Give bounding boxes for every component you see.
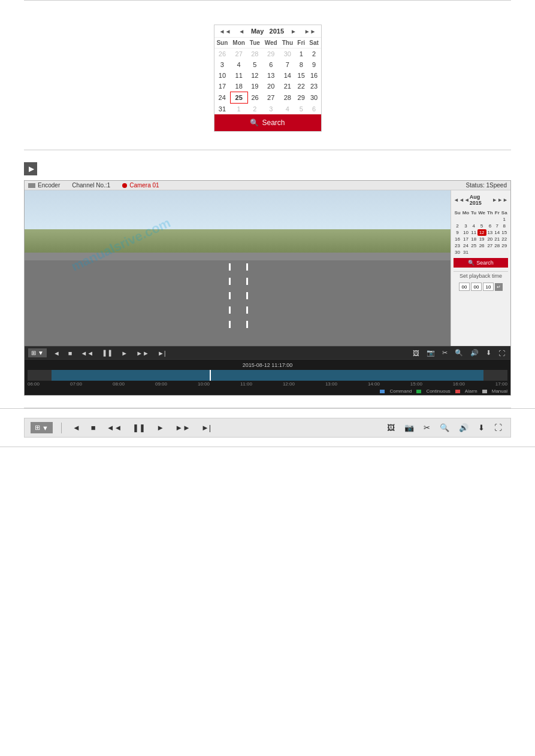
calendar-day[interactable]: 15	[295, 70, 307, 81]
mini-search-button[interactable]: 🔍 Search	[454, 258, 508, 268]
stop-button[interactable]: ■	[67, 349, 74, 357]
calendar-day[interactable]: 31	[214, 104, 231, 115]
sc-clip-button[interactable]: ✂	[421, 422, 433, 433]
sc-rewind-button[interactable]: ◄◄	[104, 422, 125, 433]
calendar-day[interactable]: 26	[247, 92, 262, 104]
calendar-day[interactable]: 29	[295, 92, 307, 104]
mini-calendar-day[interactable]: 5	[477, 223, 486, 229]
mini-calendar-day[interactable]: 6	[486, 223, 494, 229]
mini-calendar-day[interactable]: 21	[494, 236, 500, 242]
mini-cal-next-year[interactable]: ►►	[497, 197, 508, 203]
sc-stop-button[interactable]: ■	[89, 422, 98, 433]
fast-forward-button[interactable]: ►►	[134, 349, 151, 357]
calendar-day[interactable]: 27	[262, 92, 280, 104]
audio-button[interactable]: 🔊	[468, 348, 480, 357]
pause-button[interactable]: ❚❚	[100, 348, 114, 357]
calendar-day[interactable]: 13	[262, 70, 280, 81]
mini-calendar-day[interactable]: 2	[454, 223, 461, 229]
next-frame-button[interactable]: ►|	[156, 349, 168, 357]
clip-button[interactable]: ✂	[440, 348, 449, 357]
fullscreen-button[interactable]: ⛶	[497, 349, 507, 357]
calendar-day[interactable]: 6	[262, 59, 280, 70]
calendar-day[interactable]: 2	[307, 48, 321, 60]
calendar-day[interactable]: 18	[230, 81, 247, 92]
calendar-day[interactable]: 11	[230, 70, 247, 81]
mini-calendar-day[interactable]: 14	[494, 229, 500, 236]
mini-calendar-day[interactable]: 30	[454, 249, 461, 256]
calendar-day[interactable]: 10	[214, 70, 231, 81]
layout-button[interactable]: ⊞ ▼	[28, 348, 47, 357]
timeline-track[interactable]	[28, 370, 507, 381]
calendar-day[interactable]: 9	[307, 59, 321, 70]
time-second-input[interactable]	[483, 283, 494, 291]
mini-cal-next-month[interactable]: ►	[492, 197, 497, 203]
mini-calendar-day[interactable]: 10	[461, 229, 470, 236]
play-button[interactable]: ►	[119, 349, 129, 357]
sc-ff-button[interactable]: ►►	[173, 422, 193, 433]
calendar-day[interactable]: 22	[295, 81, 307, 92]
calendar-day[interactable]: 20	[262, 81, 280, 92]
mini-calendar-day[interactable]: 16	[454, 236, 461, 242]
sc-layout-button[interactable]: ⊞ ▼	[31, 422, 53, 433]
mini-calendar-day[interactable]: 28	[494, 242, 500, 249]
mini-calendar-day[interactable]: 31	[461, 249, 470, 256]
mini-calendar-day[interactable]: 3	[461, 223, 470, 229]
mini-calendar-day[interactable]: 17	[461, 236, 470, 242]
sc-download-button[interactable]: ⬇	[476, 422, 487, 433]
calendar-day[interactable]: 3	[214, 59, 231, 70]
calendar-day[interactable]: 17	[214, 81, 231, 92]
time-minute-input[interactable]	[471, 283, 482, 291]
mini-calendar-day[interactable]: 29	[500, 242, 508, 249]
calendar-day[interactable]: 24	[214, 92, 231, 104]
zoom-button[interactable]: 🔍	[453, 348, 465, 357]
cal-next-year-btn[interactable]: ►►	[303, 28, 318, 35]
mini-calendar-day[interactable]: 9	[454, 229, 461, 236]
cal-prev-month-btn[interactable]: ◄	[237, 28, 246, 35]
mini-calendar-day[interactable]: 22	[500, 236, 508, 242]
calendar-search-button[interactable]: 🔍 Search	[214, 114, 321, 131]
mini-calendar-day[interactable]: 1	[500, 216, 508, 223]
mini-calendar-day[interactable]: 15	[500, 229, 508, 236]
calendar-day[interactable]: 5	[247, 59, 262, 70]
mini-calendar-day[interactable]: 24	[461, 242, 470, 249]
calendar-day[interactable]: 25	[230, 92, 247, 104]
mini-calendar-day[interactable]: 25	[470, 242, 477, 249]
sc-zoom-button[interactable]: 🔍	[437, 422, 452, 433]
mini-cal-prev-year[interactable]: ◄◄	[454, 197, 464, 203]
mini-calendar-day[interactable]: 27	[486, 242, 494, 249]
mini-calendar-day[interactable]: 18	[470, 236, 477, 242]
time-hour-input[interactable]	[459, 283, 470, 291]
sc-next-button[interactable]: ►|	[199, 422, 213, 433]
thumbnail-button[interactable]: 🖼	[411, 349, 421, 357]
calendar-day[interactable]: 30	[307, 92, 321, 104]
calendar-day[interactable]: 19	[247, 81, 262, 92]
calendar-day[interactable]: 1	[295, 48, 307, 60]
sc-play-button[interactable]: ►	[154, 422, 167, 433]
sc-prev-button[interactable]: ◄	[70, 422, 83, 433]
mini-calendar-day[interactable]: 20	[486, 236, 494, 242]
calendar-day[interactable]: 14	[280, 70, 295, 81]
calendar-day[interactable]: 21	[280, 81, 295, 92]
mini-calendar-day[interactable]: 23	[454, 242, 461, 249]
calendar-day[interactable]: 7	[280, 59, 295, 70]
calendar-day[interactable]: 16	[307, 70, 321, 81]
calendar-day[interactable]: 28	[280, 92, 295, 104]
prev-frame-button[interactable]: ◄	[52, 349, 62, 357]
calendar-day[interactable]: 23	[307, 81, 321, 92]
calendar-day[interactable]: 12	[247, 70, 262, 81]
mini-cal-prev-month[interactable]: ◄	[464, 197, 470, 203]
mini-calendar-day[interactable]: 4	[470, 223, 477, 229]
mini-calendar-day[interactable]: 13	[486, 229, 494, 236]
mini-calendar-day[interactable]: 26	[477, 242, 486, 249]
mini-calendar-day[interactable]: 11	[470, 229, 477, 236]
snapshot-button[interactable]: 📷	[425, 348, 437, 357]
mini-calendar-day[interactable]: 19	[477, 236, 486, 242]
sc-audio-button[interactable]: 🔊	[457, 422, 471, 433]
sc-pause-button[interactable]: ❚❚	[130, 422, 148, 433]
rewind-button[interactable]: ◄◄	[78, 349, 95, 357]
play-icon-box[interactable]: ▶	[24, 162, 37, 175]
download-button[interactable]: ⬇	[484, 348, 493, 357]
time-goto-button[interactable]: ↵	[495, 283, 503, 291]
calendar-day[interactable]: 4	[230, 59, 247, 70]
cal-next-month-btn[interactable]: ►	[289, 28, 298, 35]
